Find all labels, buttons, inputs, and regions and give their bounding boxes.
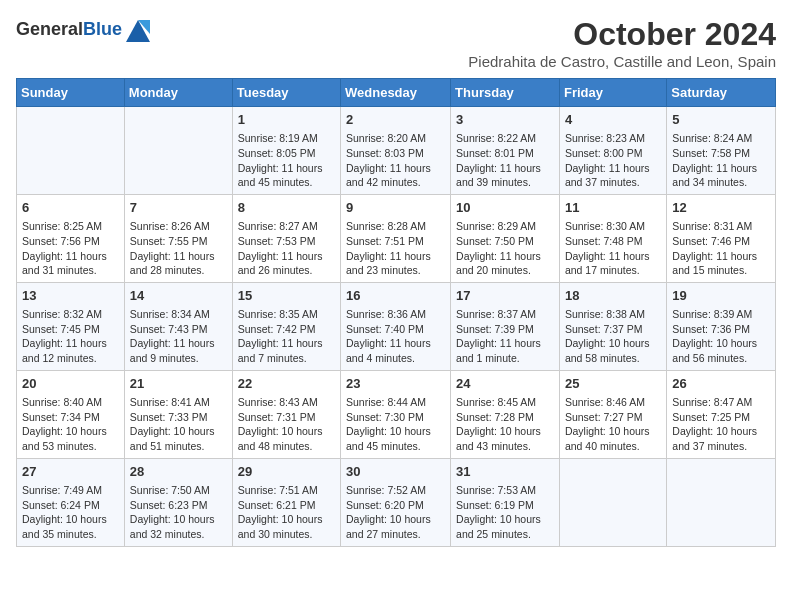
- calendar-cell: 9Sunrise: 8:28 AM Sunset: 7:51 PM Daylig…: [341, 194, 451, 282]
- calendar-cell: 6Sunrise: 8:25 AM Sunset: 7:56 PM Daylig…: [17, 194, 125, 282]
- calendar-cell: 14Sunrise: 8:34 AM Sunset: 7:43 PM Dayli…: [124, 282, 232, 370]
- day-number: 27: [22, 463, 119, 481]
- calendar-cell: [559, 458, 666, 546]
- week-row-4: 20Sunrise: 8:40 AM Sunset: 7:34 PM Dayli…: [17, 370, 776, 458]
- calendar-cell: 12Sunrise: 8:31 AM Sunset: 7:46 PM Dayli…: [667, 194, 776, 282]
- cell-content: Sunrise: 7:49 AM Sunset: 6:24 PM Dayligh…: [22, 483, 119, 542]
- day-number: 15: [238, 287, 335, 305]
- calendar-cell: 15Sunrise: 8:35 AM Sunset: 7:42 PM Dayli…: [232, 282, 340, 370]
- calendar-cell: 29Sunrise: 7:51 AM Sunset: 6:21 PM Dayli…: [232, 458, 340, 546]
- day-number: 28: [130, 463, 227, 481]
- calendar-cell: 13Sunrise: 8:32 AM Sunset: 7:45 PM Dayli…: [17, 282, 125, 370]
- calendar-cell: 24Sunrise: 8:45 AM Sunset: 7:28 PM Dayli…: [451, 370, 560, 458]
- weekday-header-sunday: Sunday: [17, 79, 125, 107]
- day-number: 7: [130, 199, 227, 217]
- cell-content: Sunrise: 8:40 AM Sunset: 7:34 PM Dayligh…: [22, 395, 119, 454]
- day-number: 12: [672, 199, 770, 217]
- week-row-5: 27Sunrise: 7:49 AM Sunset: 6:24 PM Dayli…: [17, 458, 776, 546]
- cell-content: Sunrise: 8:22 AM Sunset: 8:01 PM Dayligh…: [456, 131, 554, 190]
- cell-content: Sunrise: 8:36 AM Sunset: 7:40 PM Dayligh…: [346, 307, 445, 366]
- cell-content: Sunrise: 8:23 AM Sunset: 8:00 PM Dayligh…: [565, 131, 661, 190]
- day-number: 17: [456, 287, 554, 305]
- cell-content: Sunrise: 8:47 AM Sunset: 7:25 PM Dayligh…: [672, 395, 770, 454]
- calendar-cell: [667, 458, 776, 546]
- cell-content: Sunrise: 7:53 AM Sunset: 6:19 PM Dayligh…: [456, 483, 554, 542]
- cell-content: Sunrise: 8:43 AM Sunset: 7:31 PM Dayligh…: [238, 395, 335, 454]
- calendar-cell: 17Sunrise: 8:37 AM Sunset: 7:39 PM Dayli…: [451, 282, 560, 370]
- calendar-cell: 22Sunrise: 8:43 AM Sunset: 7:31 PM Dayli…: [232, 370, 340, 458]
- weekday-header-wednesday: Wednesday: [341, 79, 451, 107]
- cell-content: Sunrise: 8:26 AM Sunset: 7:55 PM Dayligh…: [130, 219, 227, 278]
- calendar-cell: [124, 107, 232, 195]
- cell-content: Sunrise: 8:44 AM Sunset: 7:30 PM Dayligh…: [346, 395, 445, 454]
- day-number: 10: [456, 199, 554, 217]
- weekday-header-thursday: Thursday: [451, 79, 560, 107]
- calendar-cell: 23Sunrise: 8:44 AM Sunset: 7:30 PM Dayli…: [341, 370, 451, 458]
- day-number: 14: [130, 287, 227, 305]
- calendar-cell: 26Sunrise: 8:47 AM Sunset: 7:25 PM Dayli…: [667, 370, 776, 458]
- day-number: 26: [672, 375, 770, 393]
- calendar-cell: 31Sunrise: 7:53 AM Sunset: 6:19 PM Dayli…: [451, 458, 560, 546]
- cell-content: Sunrise: 8:46 AM Sunset: 7:27 PM Dayligh…: [565, 395, 661, 454]
- week-row-2: 6Sunrise: 8:25 AM Sunset: 7:56 PM Daylig…: [17, 194, 776, 282]
- day-number: 5: [672, 111, 770, 129]
- calendar-cell: 18Sunrise: 8:38 AM Sunset: 7:37 PM Dayli…: [559, 282, 666, 370]
- header-section: GeneralBlue October 2024 Piedrahita de C…: [16, 16, 776, 70]
- day-number: 20: [22, 375, 119, 393]
- day-number: 8: [238, 199, 335, 217]
- day-number: 6: [22, 199, 119, 217]
- cell-content: Sunrise: 7:52 AM Sunset: 6:20 PM Dayligh…: [346, 483, 445, 542]
- calendar-cell: 1Sunrise: 8:19 AM Sunset: 8:05 PM Daylig…: [232, 107, 340, 195]
- cell-content: Sunrise: 8:32 AM Sunset: 7:45 PM Dayligh…: [22, 307, 119, 366]
- day-number: 16: [346, 287, 445, 305]
- weekday-header-row: SundayMondayTuesdayWednesdayThursdayFrid…: [17, 79, 776, 107]
- calendar-table: SundayMondayTuesdayWednesdayThursdayFrid…: [16, 78, 776, 547]
- calendar-cell: 16Sunrise: 8:36 AM Sunset: 7:40 PM Dayli…: [341, 282, 451, 370]
- cell-content: Sunrise: 8:28 AM Sunset: 7:51 PM Dayligh…: [346, 219, 445, 278]
- day-number: 30: [346, 463, 445, 481]
- weekday-header-friday: Friday: [559, 79, 666, 107]
- calendar-cell: 30Sunrise: 7:52 AM Sunset: 6:20 PM Dayli…: [341, 458, 451, 546]
- logo-blue: Blue: [83, 19, 122, 39]
- cell-content: Sunrise: 8:25 AM Sunset: 7:56 PM Dayligh…: [22, 219, 119, 278]
- calendar-cell: 21Sunrise: 8:41 AM Sunset: 7:33 PM Dayli…: [124, 370, 232, 458]
- cell-content: Sunrise: 8:35 AM Sunset: 7:42 PM Dayligh…: [238, 307, 335, 366]
- calendar-cell: 25Sunrise: 8:46 AM Sunset: 7:27 PM Dayli…: [559, 370, 666, 458]
- calendar-cell: 11Sunrise: 8:30 AM Sunset: 7:48 PM Dayli…: [559, 194, 666, 282]
- day-number: 23: [346, 375, 445, 393]
- week-row-3: 13Sunrise: 8:32 AM Sunset: 7:45 PM Dayli…: [17, 282, 776, 370]
- day-number: 19: [672, 287, 770, 305]
- cell-content: Sunrise: 8:20 AM Sunset: 8:03 PM Dayligh…: [346, 131, 445, 190]
- cell-content: Sunrise: 7:50 AM Sunset: 6:23 PM Dayligh…: [130, 483, 227, 542]
- calendar-cell: [17, 107, 125, 195]
- month-year: October 2024: [468, 16, 776, 53]
- day-number: 1: [238, 111, 335, 129]
- day-number: 24: [456, 375, 554, 393]
- day-number: 25: [565, 375, 661, 393]
- day-number: 11: [565, 199, 661, 217]
- day-number: 4: [565, 111, 661, 129]
- calendar-cell: 10Sunrise: 8:29 AM Sunset: 7:50 PM Dayli…: [451, 194, 560, 282]
- day-number: 29: [238, 463, 335, 481]
- logo: GeneralBlue: [16, 16, 152, 44]
- calendar-cell: 3Sunrise: 8:22 AM Sunset: 8:01 PM Daylig…: [451, 107, 560, 195]
- day-number: 9: [346, 199, 445, 217]
- cell-content: Sunrise: 8:30 AM Sunset: 7:48 PM Dayligh…: [565, 219, 661, 278]
- cell-content: Sunrise: 8:31 AM Sunset: 7:46 PM Dayligh…: [672, 219, 770, 278]
- logo-icon: [124, 16, 152, 44]
- week-row-1: 1Sunrise: 8:19 AM Sunset: 8:05 PM Daylig…: [17, 107, 776, 195]
- logo-general: General: [16, 19, 83, 39]
- cell-content: Sunrise: 8:38 AM Sunset: 7:37 PM Dayligh…: [565, 307, 661, 366]
- day-number: 13: [22, 287, 119, 305]
- day-number: 22: [238, 375, 335, 393]
- day-number: 18: [565, 287, 661, 305]
- cell-content: Sunrise: 7:51 AM Sunset: 6:21 PM Dayligh…: [238, 483, 335, 542]
- weekday-header-tuesday: Tuesday: [232, 79, 340, 107]
- calendar-cell: 19Sunrise: 8:39 AM Sunset: 7:36 PM Dayli…: [667, 282, 776, 370]
- calendar-cell: 2Sunrise: 8:20 AM Sunset: 8:03 PM Daylig…: [341, 107, 451, 195]
- cell-content: Sunrise: 8:39 AM Sunset: 7:36 PM Dayligh…: [672, 307, 770, 366]
- weekday-header-saturday: Saturday: [667, 79, 776, 107]
- cell-content: Sunrise: 8:29 AM Sunset: 7:50 PM Dayligh…: [456, 219, 554, 278]
- weekday-header-monday: Monday: [124, 79, 232, 107]
- calendar-cell: 5Sunrise: 8:24 AM Sunset: 7:58 PM Daylig…: [667, 107, 776, 195]
